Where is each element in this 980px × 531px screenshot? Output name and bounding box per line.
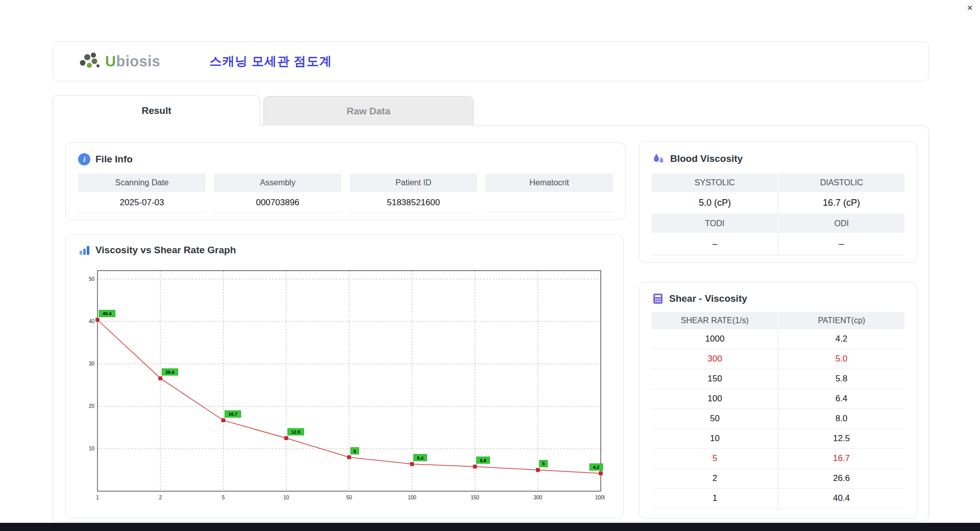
blood-viscosity-header: Blood Viscosity	[652, 152, 904, 165]
shear-viscosity-table: SHEAR RATE(1/s)PATIENT(cp)10004.23005.01…	[652, 312, 904, 509]
logo-letter-u: U	[105, 53, 116, 69]
blood-viscosity-card: Blood Viscosity SYSTOLICDIASTOLIC5.0 (cP…	[639, 141, 917, 263]
svg-text:40.4: 40.4	[103, 311, 112, 316]
blood-viscosity-label: TODI	[652, 214, 778, 233]
shear-table-cell: 8.0	[778, 409, 904, 429]
svg-text:100: 100	[408, 495, 416, 500]
file-info-field-label: Assembly	[214, 174, 341, 192]
close-icon[interactable]: ×	[967, 3, 973, 13]
blood-viscosity-label: SYSTOLIC	[652, 174, 778, 192]
graph-card: Viscosity vs Shear Rate Graph 1020304050…	[65, 234, 624, 518]
file-info-field-label: Patient ID	[350, 174, 477, 192]
blood-viscosity-value: 16.7 (cP)	[778, 192, 904, 214]
result-panel: i File Info Scanning Date2025-07-03Assem…	[53, 125, 929, 522]
viscosity-chart: 10203040501251050100150300100040.426.616…	[74, 266, 605, 506]
shear-table-cell: 40.4	[778, 489, 904, 509]
tab-raw-data[interactable]: Raw Data	[263, 96, 474, 126]
blood-viscosity-value: –	[778, 233, 904, 255]
blood-viscosity-value-row: ––	[652, 233, 904, 255]
blood-viscosity-value: 5.0 (cP)	[652, 192, 778, 214]
shear-table-cell: 2	[652, 469, 778, 489]
svg-text:40: 40	[89, 319, 95, 324]
blood-viscosity-label: ODI	[778, 214, 905, 233]
blood-viscosity-value: –	[652, 233, 778, 255]
shear-table-cell: 6.4	[778, 389, 904, 409]
ubiosis-logo: Ubiosis	[78, 51, 160, 72]
svg-text:5: 5	[222, 495, 225, 500]
shear-table-cell: 10	[652, 429, 778, 449]
shear-table-cell: 1	[652, 489, 778, 509]
shear-table-cell: 5	[652, 449, 778, 469]
shear-table-row: 10004.2	[652, 329, 904, 349]
logo-rest: biosis	[116, 53, 160, 69]
file-info-field-value	[485, 192, 613, 212]
graph-title: Viscosity vs Shear Rate Graph	[95, 245, 236, 256]
shear-table-row: 1006.4	[652, 389, 904, 409]
blood-viscosity-label-row: TODIODI	[652, 214, 904, 233]
file-info-field-value: 2025-07-03	[78, 192, 206, 213]
file-info-field-label: Hematocrit	[485, 174, 613, 192]
shear-table-cell: 1000	[652, 329, 778, 349]
svg-text:10: 10	[283, 495, 289, 500]
svg-text:26.6: 26.6	[165, 370, 175, 375]
file-info-field: Patient ID51838521600	[350, 174, 477, 213]
tab-result[interactable]: Result	[53, 95, 260, 126]
svg-text:5.8: 5.8	[480, 458, 486, 463]
shear-table-column-header: PATIENT(cp)	[778, 312, 905, 329]
bar-chart-icon	[78, 244, 90, 256]
shear-table-cell: 5.0	[778, 349, 904, 369]
shear-table-cell: 12.5	[778, 429, 904, 449]
svg-text:2: 2	[159, 495, 162, 500]
file-info-fields: Scanning Date2025-07-03Assembly000703896…	[78, 174, 613, 213]
file-info-header: i File Info	[78, 153, 613, 165]
svg-text:150: 150	[471, 495, 479, 500]
svg-text:6.4: 6.4	[417, 455, 424, 461]
blood-viscosity-title: Blood Viscosity	[670, 153, 743, 164]
shear-table-cell: 100	[652, 389, 778, 409]
svg-text:30: 30	[89, 361, 95, 367]
info-icon: i	[78, 153, 90, 165]
shear-table-cell: 150	[652, 369, 778, 389]
file-info-title: File Info	[95, 154, 133, 165]
shear-table-cell: 4.2	[778, 329, 904, 349]
shear-viscosity-title: Shear - Viscosity	[669, 293, 747, 304]
file-info-field-value: 51838521600	[350, 192, 477, 213]
svg-text:20: 20	[89, 403, 95, 409]
tabs: ResultRaw Data	[53, 95, 474, 126]
shear-viscosity-header: Shear - Viscosity	[652, 293, 904, 305]
file-info-field: Assembly000703896	[214, 174, 341, 213]
shear-table-cell: 5.8	[778, 369, 904, 389]
shear-table-header-row: SHEAR RATE(1/s)PATIENT(cp)	[652, 312, 904, 329]
svg-text:12.5: 12.5	[291, 429, 301, 435]
svg-text:1: 1	[96, 495, 99, 500]
shear-table-row: 1012.5	[652, 429, 904, 449]
svg-text:50: 50	[89, 276, 95, 282]
shear-table-cell: 50	[652, 409, 778, 429]
svg-text:5: 5	[542, 461, 545, 466]
shear-table-row: 508.0	[652, 409, 904, 429]
graph-header: Viscosity vs Shear Rate Graph	[78, 244, 611, 256]
file-info-field-value: 000703896	[214, 192, 341, 213]
blood-viscosity-value-row: 5.0 (cP)16.7 (cP)	[652, 192, 904, 214]
taskbar-strip	[0, 523, 980, 531]
blood-viscosity-grid: SYSTOLICDIASTOLIC5.0 (cP)16.7 (cP)TODIOD…	[652, 174, 904, 255]
shear-table-cell: 16.7	[778, 449, 904, 469]
shear-table-row: 140.4	[652, 489, 904, 509]
page-title: 스캐닝 모세관 점도계	[209, 53, 332, 69]
table-icon	[652, 293, 664, 305]
svg-text:1000: 1000	[595, 495, 605, 500]
logo-text: Ubiosis	[105, 53, 160, 70]
svg-text:50: 50	[346, 495, 352, 500]
svg-text:10: 10	[89, 446, 95, 451]
file-info-field-label: Scanning Date	[78, 174, 206, 192]
ubiosis-logo-icon	[78, 51, 101, 72]
shear-table-cell: 300	[652, 349, 778, 369]
viscosity-chart-container: 10203040501251050100150300100040.426.616…	[74, 266, 605, 506]
blood-viscosity-label-row: SYSTOLICDIASTOLIC	[652, 174, 904, 192]
app-header: Ubiosis 스캐닝 모세관 점도계	[53, 41, 929, 81]
shear-viscosity-card: Shear - Viscosity SHEAR RATE(1/s)PATIENT…	[639, 282, 917, 519]
shear-table-cell: 26.6	[778, 469, 904, 489]
shear-table-row: 1505.8	[652, 369, 904, 389]
shear-table-row: 226.6	[652, 469, 904, 489]
file-info-field: Hematocrit	[485, 174, 613, 213]
